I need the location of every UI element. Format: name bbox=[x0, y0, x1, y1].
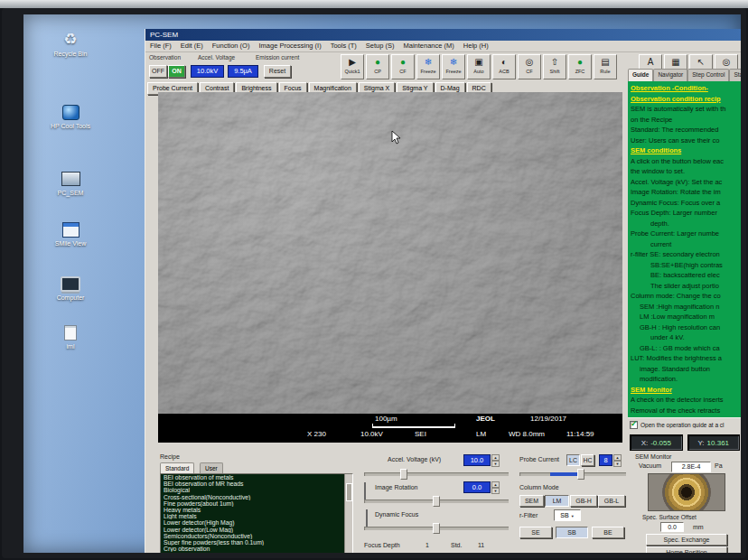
recipe-item[interactable]: Biological bbox=[161, 487, 352, 493]
toolbar-icon-button[interactable]: ◎ CF bbox=[518, 54, 541, 79]
spec-exchange-button[interactable]: Spec. Exchange bbox=[646, 534, 727, 546]
menu-item[interactable]: Help (H) bbox=[459, 41, 493, 51]
recipe-list[interactable]: BEI observation of metalsBEI observation… bbox=[160, 473, 353, 553]
desktop-icon-hp-cool-tools[interactable]: HP Cool Tools bbox=[42, 103, 99, 130]
guide-line: GB-H : High resolution can bbox=[631, 322, 741, 333]
beam-on-button[interactable]: ON bbox=[168, 65, 185, 78]
column-mode-gbl-button[interactable]: GB-L bbox=[598, 495, 625, 507]
recipe-item[interactable]: Heavy metals bbox=[161, 507, 352, 513]
desktop-icon-label: iml bbox=[42, 343, 99, 350]
sem-image-view[interactable]: 100µm JEOL 12/19/2017 X 230 10.0kV SEI L… bbox=[158, 92, 622, 443]
toolbar-icon-label: Quick1 bbox=[341, 69, 363, 75]
probe-current-slider[interactable] bbox=[519, 469, 626, 480]
recipe-item[interactable]: Fine powders(about 1um) bbox=[161, 500, 352, 507]
recipe-tab-user[interactable]: User bbox=[200, 462, 223, 473]
toolbar-icon-button[interactable]: ▶ Quick1 bbox=[341, 54, 364, 79]
menu-item[interactable]: Function (O) bbox=[208, 41, 255, 51]
recipe-scrollbar[interactable] bbox=[344, 474, 352, 553]
guide-line: depth. bbox=[631, 219, 741, 229]
accel-voltage-slider[interactable] bbox=[364, 469, 509, 480]
window-titlebar[interactable]: PC-SEM bbox=[145, 29, 741, 41]
recipe-item[interactable]: Lower detector(Low Mag) bbox=[161, 527, 352, 533]
accel-voltage-spinner[interactable] bbox=[491, 454, 500, 466]
column-mode-sem-button[interactable]: SEM bbox=[519, 495, 544, 507]
image-rotation-spinner[interactable] bbox=[491, 481, 500, 493]
guide-line: SB:SE+BE(high contras bbox=[631, 260, 741, 271]
side-panel-tab[interactable]: Navigator bbox=[653, 69, 687, 81]
y-value: 10.361 bbox=[707, 439, 729, 447]
probe-current-spinner[interactable] bbox=[613, 454, 622, 466]
menu-item[interactable]: Tools (T) bbox=[326, 41, 361, 51]
scrollbar-thumb[interactable] bbox=[346, 483, 352, 501]
side-panel-tab[interactable]: Step Control bbox=[687, 69, 729, 81]
side-panel-tab[interactable]: Stage bbox=[729, 69, 741, 81]
toolbar-icon-button[interactable]: ⇧ Shift bbox=[543, 54, 566, 79]
emission-current-value[interactable]: 9.5µA bbox=[228, 65, 258, 78]
guide-line: SEM :High magnification n bbox=[631, 302, 741, 313]
detector-value: SEI bbox=[415, 430, 426, 438]
spec-surface-offset-unit: mm bbox=[693, 524, 704, 530]
home-position-button[interactable]: Home Position bbox=[646, 546, 727, 553]
toolbar-icon-button[interactable]: ❄ Freeze bbox=[416, 54, 440, 79]
column-mode-lm-button[interactable]: LM bbox=[545, 495, 569, 507]
column-mode-gbh-button[interactable]: GB-H bbox=[570, 495, 597, 507]
reset-button[interactable]: Reset bbox=[264, 65, 291, 78]
open-guide-checkbox[interactable] bbox=[630, 421, 638, 429]
image-rotation-value[interactable]: 0.0 bbox=[463, 481, 491, 493]
recipe-tab-standard[interactable]: Standard bbox=[160, 462, 194, 473]
toolbar-icon-button[interactable]: ▤ Rule bbox=[594, 54, 617, 79]
desktop-icon-iml[interactable]: iml bbox=[42, 323, 99, 350]
screen-glare bbox=[158, 92, 622, 414]
guide-line: the window to set. bbox=[631, 166, 741, 177]
guide-line: User: Users can save their co bbox=[631, 135, 741, 146]
recipe-item[interactable]: BEI observation of MR heads bbox=[161, 481, 352, 487]
image-rotation-slider[interactable] bbox=[364, 496, 509, 507]
menu-item[interactable]: Maintenance (M) bbox=[399, 41, 459, 51]
recipe-item[interactable]: Cross-sectional(Nonconductive) bbox=[161, 494, 352, 500]
desktop-icon-computer[interactable]: Computer bbox=[42, 275, 99, 302]
accel-voltage-setpoint[interactable]: 10.0 bbox=[463, 454, 491, 466]
sem-monitor-title: SEM Monitor bbox=[635, 453, 671, 460]
probe-hc-button[interactable]: HC bbox=[581, 454, 594, 466]
toolbar-icon-label: CF bbox=[392, 69, 414, 75]
toolbar-icon-button[interactable]: ▣ Auto bbox=[467, 54, 491, 79]
probe-current-value[interactable]: 8 bbox=[599, 454, 612, 466]
desktop-icon-recycle-bin[interactable]: Recycle Bin bbox=[42, 31, 99, 58]
time-value: 11:14:59 bbox=[566, 430, 594, 438]
ceiling-background bbox=[0, 0, 748, 8]
menu-item[interactable]: Edit (E) bbox=[176, 41, 208, 51]
toolbar-icon: ❄ bbox=[443, 55, 464, 69]
r-filter-select[interactable]: SB bbox=[554, 509, 581, 521]
dynamic-focus-slider[interactable] bbox=[364, 523, 509, 534]
toolbar-icon: ❄ bbox=[417, 55, 439, 69]
recipe-item[interactable]: Super fine powders(less than 0.1um) bbox=[161, 539, 352, 546]
recipe-item[interactable]: Cryo observation bbox=[161, 546, 352, 552]
toolbar-icon-button[interactable]: ◐ ACB bbox=[492, 54, 516, 79]
toolbar-icon-button[interactable]: ❄ Freeze bbox=[442, 54, 465, 79]
probe-lc-button[interactable]: LC bbox=[566, 454, 580, 466]
toolbar-icon-button[interactable]: ● CF bbox=[391, 54, 415, 79]
r-filter-se-button[interactable]: SE bbox=[519, 527, 552, 538]
toolbar-icon-button[interactable]: ● ZFC bbox=[568, 54, 592, 79]
accel-voltage-value[interactable]: 10.0kV bbox=[191, 65, 224, 78]
r-filter-be-button[interactable]: BE bbox=[592, 527, 624, 538]
side-panel-tab[interactable]: Guide bbox=[628, 69, 653, 81]
menu-item[interactable]: Image Processing (I) bbox=[254, 41, 325, 51]
toolbar-icon-label: Auto bbox=[468, 69, 490, 75]
beam-off-button[interactable]: OFF bbox=[149, 65, 167, 78]
recipe-item[interactable]: Light metals bbox=[161, 513, 352, 519]
toolbar-icon: ▤ bbox=[594, 55, 616, 69]
recipe-item[interactable]: Lower detector(High Mag) bbox=[161, 519, 352, 526]
recipe-item[interactable]: Plastics(with coating) bbox=[161, 552, 352, 553]
menu-item[interactable]: File (F) bbox=[145, 41, 176, 51]
recipe-item[interactable]: Semiconductors(Nonconductive) bbox=[161, 533, 352, 539]
scale-value: 100µm bbox=[375, 415, 397, 423]
guide-line: Probe Current: Larger numbe bbox=[631, 229, 741, 239]
desktop-icon-smile-view[interactable]: SMile View bbox=[42, 220, 99, 247]
recipe-item[interactable]: BEI observation of metals bbox=[161, 474, 352, 481]
r-filter-sb-button[interactable]: SB bbox=[556, 527, 588, 538]
desktop-icon-pcsem[interactable]: PC_SEM bbox=[42, 170, 99, 197]
toolbar-icon-button[interactable]: ● CP bbox=[366, 54, 389, 79]
annotation-icon: ◎ bbox=[715, 55, 737, 69]
menu-item[interactable]: Setup (S) bbox=[361, 41, 399, 51]
